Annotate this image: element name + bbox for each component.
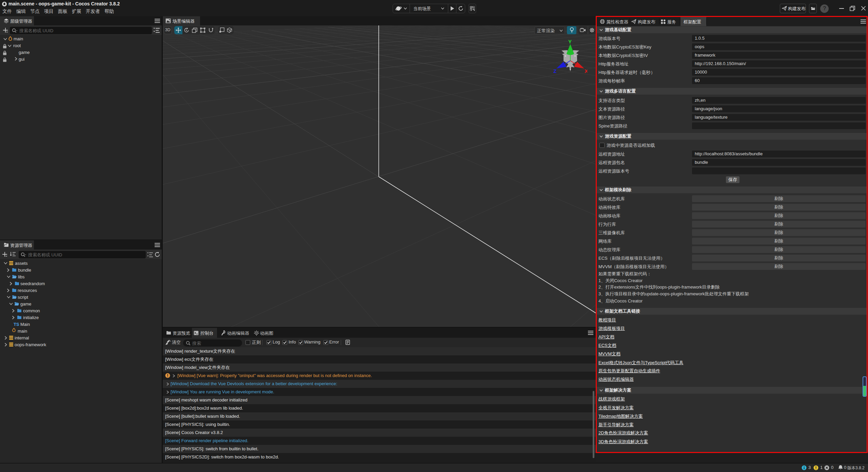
- svg-text:Y: Y: [568, 39, 572, 44]
- svg-text:X: X: [585, 68, 587, 74]
- svg-text:Z: Z: [553, 68, 556, 74]
